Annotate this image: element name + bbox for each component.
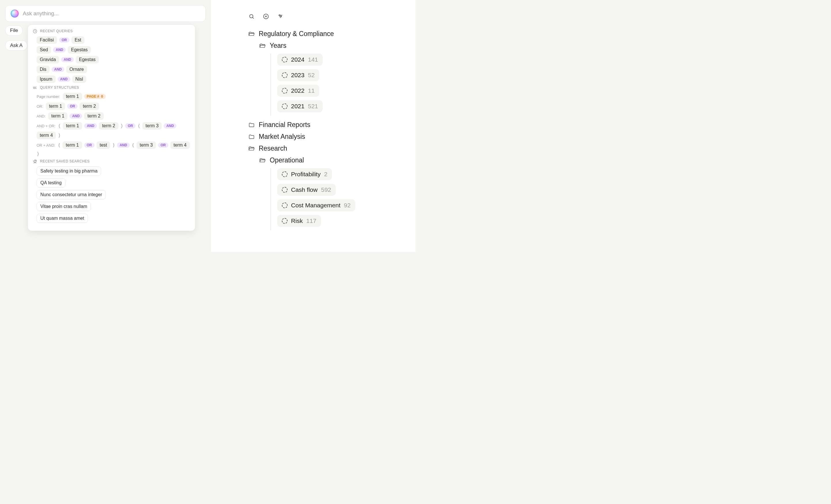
structure-icon [33, 85, 37, 90]
folder-label: Research [259, 145, 287, 152]
folder-label: Regulatory & Compliance [259, 30, 334, 38]
filter-icon[interactable] [277, 13, 284, 20]
tag-chip[interactable]: Profitability2 [277, 168, 332, 180]
tag-count: 592 [321, 186, 331, 193]
query-op: AND [164, 123, 176, 128]
svg-point-2 [250, 14, 253, 18]
saved-search-item[interactable]: Ut quam massa amet [37, 214, 88, 223]
structure-or-and[interactable]: OR + AND: ( term 1 OR test ) AND ( term … [33, 141, 191, 157]
recent-queries-label: RECENT QUERIES [40, 29, 73, 33]
query-op: OR [59, 37, 69, 42]
paren-open: ( [58, 142, 61, 148]
tag-chip[interactable]: Risk117 [277, 215, 321, 227]
structure-and-or[interactable]: AND + OR: ( term 1 AND term 2 ) OR ( ter… [33, 122, 191, 139]
query-op: AND [117, 143, 130, 148]
sidebar-toolbar [248, 13, 404, 20]
clock-icon [33, 29, 37, 33]
tag-chip[interactable]: 202352 [277, 69, 319, 81]
recent-query[interactable]: Ipsum AND Nisl [33, 76, 191, 83]
add-icon[interactable] [263, 13, 269, 20]
tag-name: 2024 [291, 56, 305, 63]
folder-label: Years [270, 42, 286, 50]
page-value: 0 [101, 94, 103, 98]
folder-financial[interactable]: Financial Reports [248, 121, 404, 129]
query-op: OR [158, 143, 168, 148]
query-term: term 1 [48, 112, 67, 120]
query-term: Gravida [37, 56, 59, 63]
tag-count: 11 [308, 87, 315, 94]
query-term: test [96, 141, 110, 149]
filter-pill-aska[interactable]: Ask A [5, 40, 27, 51]
query-op: OR [125, 123, 136, 128]
left-panel: File Ask A RECENT QUERIES Facilisi OR Es… [0, 0, 211, 252]
search-bar[interactable] [5, 5, 206, 22]
structure-and[interactable]: AND: term 1 AND term 2 [33, 112, 191, 120]
folder-label: Operational [270, 156, 304, 164]
folder-open-icon [259, 157, 266, 164]
paren-open: ( [138, 123, 140, 129]
folder-market[interactable]: Market Analysis [248, 133, 404, 141]
tag-name: 2022 [291, 87, 305, 94]
tag-chip[interactable]: 2024141 [277, 54, 323, 66]
query-term: term 2 [80, 102, 99, 110]
structure-or[interactable]: OR: term 1 OR term 2 [33, 102, 191, 110]
tag-icon [282, 187, 288, 193]
query-op: AND [58, 77, 70, 82]
structure-label: AND: [37, 114, 46, 118]
tag-name: Profitability [291, 171, 321, 178]
folder-open-icon [259, 42, 266, 49]
paren-close: ) [112, 142, 115, 148]
tag-list-years: 2024141 202352 202211 2021521 [270, 54, 404, 116]
folder-operational[interactable]: Operational [259, 156, 404, 164]
tag-name: Cash flow [291, 186, 318, 193]
saved-searches-header: RECENT SAVED SEARCHES [33, 159, 191, 164]
tag-count: 52 [308, 72, 315, 79]
tag-chip[interactable]: Cost Management92 [277, 199, 355, 211]
query-op: OR [67, 104, 78, 109]
page-label: PAGE # [87, 94, 99, 98]
folder-years[interactable]: Years [259, 42, 404, 50]
recent-query[interactable]: Gravida AND Egestas [33, 56, 191, 63]
query-term: Nisl [72, 76, 86, 83]
query-op: OR [84, 143, 94, 148]
structure-page-number[interactable]: Page number: term 1 PAGE # 0 [33, 93, 191, 100]
filter-pill-file[interactable]: File [5, 25, 23, 36]
tag-chip[interactable]: 202211 [277, 85, 319, 97]
folder-research[interactable]: Research [248, 145, 404, 152]
tag-icon [282, 218, 288, 224]
folder-open-icon [248, 145, 255, 152]
query-term: Egestas [68, 46, 91, 54]
tag-chip[interactable]: Cash flow592 [277, 184, 336, 196]
query-term: term 1 [63, 93, 82, 100]
recent-query[interactable]: Dis AND Ornare [33, 66, 191, 73]
search-icon[interactable] [248, 13, 255, 20]
query-op: AND [61, 57, 74, 62]
query-op: AND [84, 123, 97, 128]
paren-close: ) [37, 151, 39, 157]
recent-query[interactable]: Facilisi OR Est [33, 36, 191, 44]
paren-close: ) [58, 132, 61, 138]
saved-search-item[interactable]: Vitae proin cras nullam [37, 202, 91, 211]
saved-search-item[interactable]: QA testing [37, 178, 65, 187]
search-input[interactable] [23, 10, 200, 17]
query-term: term 3 [142, 122, 162, 129]
query-op: AND [52, 67, 64, 72]
search-dropdown: RECENT QUERIES Facilisi OR Est Sed AND E… [28, 25, 195, 231]
tag-chip[interactable]: 2021521 [277, 100, 323, 112]
structure-label: OR + AND: [37, 143, 55, 147]
saved-search-item[interactable]: Safety testing in big pharma [37, 167, 101, 176]
tag-count: 141 [308, 56, 318, 63]
query-op: AND [53, 47, 66, 52]
folder-label: Market Analysis [259, 133, 305, 141]
svg-rect-1 [33, 87, 35, 88]
recent-query[interactable]: Sed AND Egestas [33, 46, 191, 54]
tag-icon [282, 103, 288, 109]
query-term: term 1 [46, 102, 65, 110]
saved-search-item[interactable]: Nunc consectetur urna integer [37, 190, 106, 199]
query-term: term 2 [84, 112, 104, 120]
paren-open: ( [132, 142, 135, 148]
folder-icon [248, 122, 255, 128]
star-icon [33, 159, 37, 164]
tag-name: Cost Management [291, 202, 341, 209]
folder-regulatory[interactable]: Regulatory & Compliance [248, 30, 404, 38]
